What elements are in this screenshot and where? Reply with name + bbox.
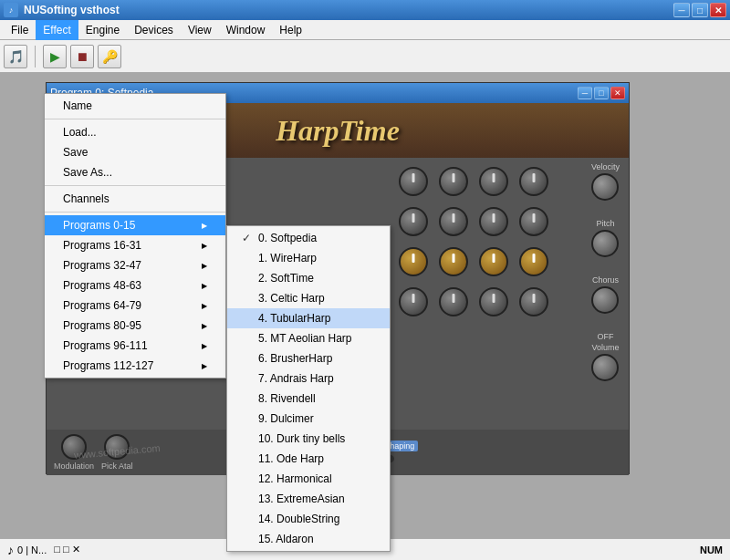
toolbar-stop-button[interactable]: ⏹ (70, 45, 94, 68)
menu-item-prog64[interactable]: Programs 64-79 (45, 296, 225, 316)
prog-label-1: 1. WireHarp (258, 252, 317, 264)
prog-label-13: 13. ExtremeAsian (258, 493, 345, 505)
vst-title-controls: ─ □ ✕ (578, 87, 625, 99)
prog-label-5: 5. MT Aeolian Harp (258, 332, 352, 345)
title-bar-controls: ─ □ ✕ (673, 3, 726, 17)
app-title: NUSofting vsthost (24, 4, 120, 16)
prog-item-12[interactable]: 12. Harmonical (227, 469, 390, 489)
minimize-button[interactable]: ─ (673, 3, 690, 17)
off-label: OFF (597, 332, 613, 341)
vst-minimize[interactable]: ─ (578, 87, 592, 99)
menu-item-prog16[interactable]: Programs 16-31 (45, 235, 225, 255)
close-button[interactable]: ✕ (710, 3, 726, 17)
toolbar-key-button[interactable]: 🔑 (98, 45, 121, 68)
modulation-label: Modulation (54, 461, 94, 471)
knob-4-4[interactable] (519, 287, 548, 316)
menu-item-prog96[interactable]: Programs 96-111 (45, 336, 225, 356)
menu-item-load[interactable]: Load... (45, 122, 225, 142)
prog-label-11: 11. Ode Harp (258, 452, 324, 465)
menu-item-prog112[interactable]: Programs 112-127 (45, 356, 225, 376)
pitch-knob[interactable] (591, 230, 619, 257)
knob-2-2[interactable] (439, 207, 468, 236)
prog-item-7[interactable]: 7. Andrais Harp (227, 368, 390, 389)
pick-knob[interactable] (104, 434, 130, 460)
prog-label-7: 7. Andrais Harp (258, 372, 334, 385)
prog-item-11[interactable]: 11. Ode Harp (227, 449, 390, 469)
knob-2-4[interactable] (519, 207, 548, 236)
prog-item-1[interactable]: 1. WireHarp (227, 248, 390, 268)
pick-control: Pick Atal (101, 434, 133, 471)
menu-item-prog48[interactable]: Programs 48-63 (45, 275, 225, 296)
menu-item-prog80[interactable]: Programs 80-95 (45, 316, 225, 336)
vst-maximize[interactable]: □ (594, 87, 609, 99)
knob-3-4[interactable] (519, 247, 548, 276)
volume-knob[interactable] (591, 354, 619, 381)
prog-item-10[interactable]: 10. Durk tiny bells (227, 429, 390, 449)
prog-label-9: 9. Dulcimer (258, 412, 314, 425)
status-text: 0 | N... (17, 544, 47, 555)
menu-effect[interactable]: Effect (36, 20, 78, 40)
menu-item-prog32[interactable]: Programs 32-47 (45, 255, 225, 275)
volume-label: Volume (591, 343, 619, 352)
knob-4-1[interactable] (399, 287, 428, 316)
knob-1-3[interactable] (479, 167, 508, 196)
menu-item-prog0[interactable]: Programs 0-15 (45, 215, 225, 235)
menu-devices[interactable]: Devices (127, 20, 181, 40)
knob-4-2[interactable] (439, 287, 468, 316)
prog-label-3: 3. Celtic Harp (258, 292, 325, 305)
toolbar-plugin-icon[interactable]: 🎵 (4, 45, 27, 68)
menu-engine[interactable]: Engine (78, 20, 127, 40)
modulation-control: Modulation (54, 434, 94, 471)
menu-item-channels[interactable]: Channels (45, 189, 225, 209)
menu-file[interactable]: File (4, 20, 36, 40)
maximize-button[interactable]: □ (692, 3, 708, 17)
velocity-control: Velocity (591, 162, 620, 201)
knob-4-3[interactable] (479, 287, 508, 316)
prog-item-3[interactable]: 3. Celtic Harp (227, 288, 390, 308)
pitch-label: Pitch (596, 219, 614, 228)
menu-bar: File Effect Engine Devices View Window H… (0, 20, 730, 40)
main-area: Program 0: Softpedia ─ □ ✕ HarpTime (0, 73, 730, 538)
toolbar-play-button[interactable]: ▶ (43, 45, 67, 68)
effect-dropdown: Name Load... Save Save As... Channels Pr… (44, 93, 226, 379)
sep-2 (45, 185, 225, 186)
vst-close[interactable]: ✕ (610, 87, 625, 99)
programs-submenu: ✓ 0. Softpedia 1. WireHarp 2. SoftTime 3… (226, 225, 391, 552)
menu-item-name[interactable]: Name (45, 96, 225, 116)
prog-item-5[interactable]: 5. MT Aeolian Harp (227, 328, 390, 348)
menu-help[interactable]: Help (272, 20, 309, 40)
pick-label: Pick Atal (101, 461, 133, 471)
knob-1-4[interactable] (519, 167, 548, 196)
status-extra: □ □ ✕ (54, 544, 79, 555)
knob-2-1[interactable] (399, 207, 428, 236)
prog-item-6[interactable]: 6. BrusherHarp (227, 348, 390, 368)
prog-item-2[interactable]: 2. SoftTime (227, 268, 390, 288)
menu-item-saveas[interactable]: Save As... (45, 162, 225, 182)
knob-3-2[interactable] (439, 247, 468, 276)
menu-window[interactable]: Window (219, 20, 273, 40)
title-bar-left: ♪ NUSofting vsthost (4, 3, 120, 17)
toolbar-sep-1 (35, 46, 36, 67)
velocity-knob[interactable] (591, 173, 619, 201)
velocity-label: Velocity (591, 162, 620, 171)
menu-view[interactable]: View (181, 20, 219, 40)
prog-label-6: 6. BrusherHarp (258, 352, 332, 365)
prog-label-2: 2. SoftTime (258, 272, 314, 285)
prog-item-15[interactable]: 15. Aldaron (227, 529, 390, 549)
knob-2-3[interactable] (479, 207, 508, 236)
knob-3-3[interactable] (479, 247, 508, 276)
modulation-knob[interactable] (61, 434, 87, 460)
prog-item-8[interactable]: 8. Rivendell (227, 389, 390, 409)
chorus-knob[interactable] (591, 286, 619, 314)
chorus-label: Chorus (592, 275, 619, 285)
prog-item-9[interactable]: 9. Dulcimer (227, 409, 390, 429)
prog-item-4[interactable]: 4. TubularHarp (227, 308, 390, 328)
status-left: ♪ 0 | N... □ □ ✕ (7, 543, 80, 557)
knob-1-2[interactable] (439, 167, 468, 196)
menu-item-save[interactable]: Save (45, 142, 225, 162)
prog-item-0[interactable]: ✓ 0. Softpedia (227, 228, 390, 248)
knob-1-1[interactable] (399, 167, 428, 196)
prog-item-14[interactable]: 14. DoubleString (227, 509, 390, 529)
prog-item-13[interactable]: 13. ExtremeAsian (227, 489, 390, 509)
knob-3-1[interactable] (399, 247, 428, 276)
